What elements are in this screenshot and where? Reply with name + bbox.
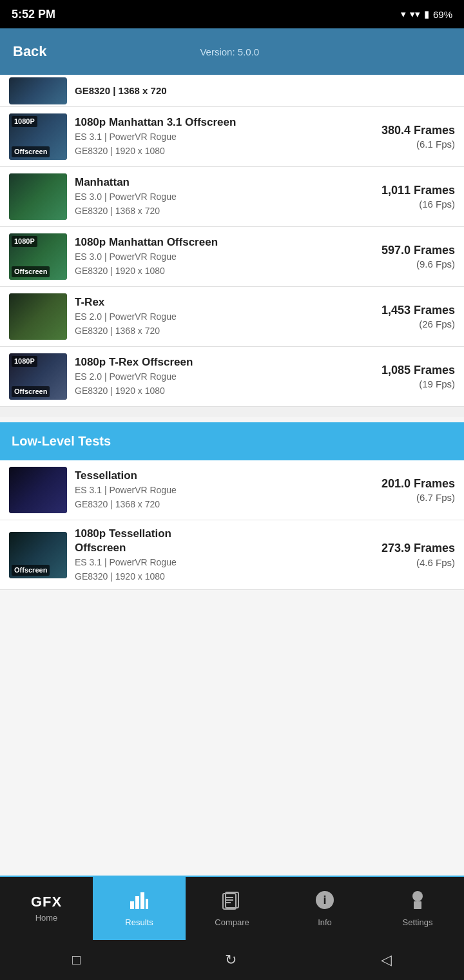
toolbar: Back Version: 5.0.0 — [0, 28, 464, 75]
bench-frames: 201.0 Frames — [352, 476, 455, 491]
bench-frames: 1,453 Frames — [352, 303, 455, 318]
nav-label-results: Results — [125, 917, 153, 927]
bench-info: 1080p Manhattan 3.1 Offscreen ES 3.1 | P… — [67, 115, 352, 157]
bench-info: 1080p TessellationOffscreen ES 3.1 | Pow… — [67, 527, 352, 583]
bench-result: 1,085 Frames (19 Fps) — [352, 363, 455, 391]
list-item[interactable]: Tessellation ES 3.1 | PowerVR Rogue GE83… — [0, 460, 464, 520]
bench-frames: 1,085 Frames — [352, 363, 455, 378]
nav-label-settings: Settings — [403, 917, 433, 927]
bench-sub2: GE8320 | 1920 x 1080 — [75, 265, 344, 278]
badge-1080p: 1080P — [12, 236, 37, 247]
nav-item-home[interactable]: GFX Home — [0, 877, 93, 940]
section-header-lowlevel: Low-Level Tests — [0, 422, 464, 460]
bench-sub1: ES 3.0 | PowerVR Rogue — [75, 251, 344, 264]
bench-info: 1080p Manhattan Offscreen ES 3.0 | Power… — [67, 235, 352, 277]
bench-info: T-Rex ES 2.0 | PowerVR Rogue GE8320 | 13… — [67, 295, 352, 337]
partial-text: GE8320 | 1368 x 720 — [67, 85, 455, 96]
svg-text:i: i — [323, 894, 326, 906]
settings-icon — [407, 890, 428, 914]
badge-offscreen: Offscreen — [12, 146, 50, 157]
bench-result: 273.9 Frames (4.6 Fps) — [352, 541, 455, 569]
android-back-button[interactable]: ◁ — [381, 952, 392, 968]
android-home-button[interactable]: ↻ — [225, 952, 237, 968]
bench-sub2: GE8320 | 1920 x 1080 — [75, 145, 344, 158]
bench-fps: (6.7 Fps) — [352, 491, 455, 504]
bench-fps: (19 Fps) — [352, 378, 455, 391]
list-item[interactable]: Manhattan ES 3.0 | PowerVR Rogue GE8320 … — [0, 167, 464, 227]
bench-fps: (16 Fps) — [352, 198, 455, 211]
bench-fps: (4.6 Fps) — [352, 556, 455, 569]
nav-label-home: Home — [35, 913, 58, 923]
section-spacer — [0, 407, 464, 417]
badge-offscreen: Offscreen — [12, 565, 50, 576]
bench-thumb-tessellation — [9, 467, 67, 513]
bench-sub1: ES 3.1 | PowerVR Rogue — [75, 484, 344, 497]
nav-item-compare[interactable]: Compare — [186, 877, 278, 940]
bench-result: 597.0 Frames (9.6 Fps) — [352, 243, 455, 271]
bench-thumb-manhattan-1080p: 1080P Offscreen — [9, 113, 67, 160]
signal-icon: ▾ — [401, 8, 406, 20]
partial-thumb — [9, 77, 67, 104]
bench-sub1: ES 3.1 | PowerVR Rogue — [75, 556, 344, 569]
badge-offscreen: Offscreen — [12, 266, 50, 277]
bench-sub1: ES 3.0 | PowerVR Rogue — [75, 191, 344, 204]
svg-rect-2 — [140, 892, 144, 909]
svg-rect-0 — [130, 901, 134, 909]
partial-row: GE8320 | 1368 x 720 — [0, 75, 464, 107]
list-item[interactable]: T-Rex ES 2.0 | PowerVR Rogue GE8320 | 13… — [0, 287, 464, 347]
svg-rect-1 — [135, 896, 139, 909]
android-recent-button[interactable]: □ — [72, 952, 81, 968]
bench-sub1: ES 3.1 | PowerVR Rogue — [75, 131, 344, 144]
low-level-list: Tessellation ES 3.1 | PowerVR Rogue GE83… — [0, 460, 464, 590]
bench-thumb-trex-1080p: 1080P Offscreen — [9, 353, 67, 400]
nav-label-compare: Compare — [215, 917, 249, 927]
bench-sub2: GE8320 | 1920 x 1080 — [75, 571, 344, 583]
back-button[interactable]: Back — [13, 43, 47, 60]
bench-fps: (6.1 Fps) — [352, 138, 455, 151]
nav-item-info[interactable]: i Info — [278, 877, 371, 940]
bench-frames: 273.9 Frames — [352, 541, 455, 556]
bench-sub2: GE8320 | 1368 x 720 — [75, 205, 344, 218]
list-item[interactable]: 1080P Offscreen 1080p Manhattan Offscree… — [0, 227, 464, 287]
badge-offscreen: Offscreen — [12, 386, 50, 397]
section-header-label: Low-Level Tests — [12, 434, 111, 448]
badge-1080p: 1080P — [12, 116, 37, 127]
nav-item-settings[interactable]: Settings — [371, 877, 464, 940]
bench-thumb-manhattan — [9, 173, 67, 220]
home-icon: GFX — [31, 895, 62, 909]
bench-info: Manhattan ES 3.0 | PowerVR Rogue GE8320 … — [67, 175, 352, 217]
compare-icon — [222, 890, 242, 914]
bench-thumb-trex — [9, 293, 67, 340]
benchmark-list: 1080P Offscreen 1080p Manhattan 3.1 Offs… — [0, 107, 464, 407]
list-item[interactable]: 1080P Offscreen 1080p T-Rex Offscreen ES… — [0, 347, 464, 407]
svg-point-11 — [412, 891, 423, 901]
svg-rect-12 — [414, 901, 421, 909]
status-bar: 5:52 PM ▾ ▾▾ ▮ 69% — [0, 0, 464, 28]
badge-1080p: 1080P — [12, 356, 37, 367]
list-item[interactable]: 1080P Offscreen 1080p Manhattan 3.1 Offs… — [0, 107, 464, 167]
list-item[interactable]: Offscreen 1080p TessellationOffscreen ES… — [0, 520, 464, 590]
bench-fps: (26 Fps) — [352, 318, 455, 331]
bench-info: Tessellation ES 3.1 | PowerVR Rogue GE83… — [67, 469, 352, 511]
battery-percent: 69% — [433, 9, 452, 20]
bench-info: 1080p T-Rex Offscreen ES 2.0 | PowerVR R… — [67, 355, 352, 397]
nav-label-info: Info — [318, 917, 332, 927]
battery-icon: ▮ — [424, 8, 429, 20]
bench-name: 1080p Manhattan 3.1 Offscreen — [75, 115, 344, 130]
status-time: 5:52 PM — [12, 8, 55, 21]
bench-name: Tessellation — [75, 469, 344, 483]
android-nav: □ ↻ ◁ — [0, 940, 464, 980]
bench-result: 1,011 Frames (16 Fps) — [352, 183, 455, 211]
bench-frames: 597.0 Frames — [352, 243, 455, 258]
bench-thumb-tessellation-1080p: Offscreen — [9, 532, 67, 578]
bench-name: 1080p T-Rex Offscreen — [75, 355, 344, 369]
bench-sub2: GE8320 | 1920 x 1080 — [75, 385, 344, 398]
bench-name: T-Rex — [75, 295, 344, 309]
bench-sub1: ES 2.0 | PowerVR Rogue — [75, 311, 344, 324]
bench-frames: 380.4 Frames — [352, 123, 455, 138]
bench-sub2: GE8320 | 1368 x 720 — [75, 498, 344, 511]
nav-item-results[interactable]: Results — [93, 877, 186, 940]
bench-name: Manhattan — [75, 175, 344, 190]
bench-result: 201.0 Frames (6.7 Fps) — [352, 476, 455, 504]
bench-fps: (9.6 Fps) — [352, 258, 455, 271]
